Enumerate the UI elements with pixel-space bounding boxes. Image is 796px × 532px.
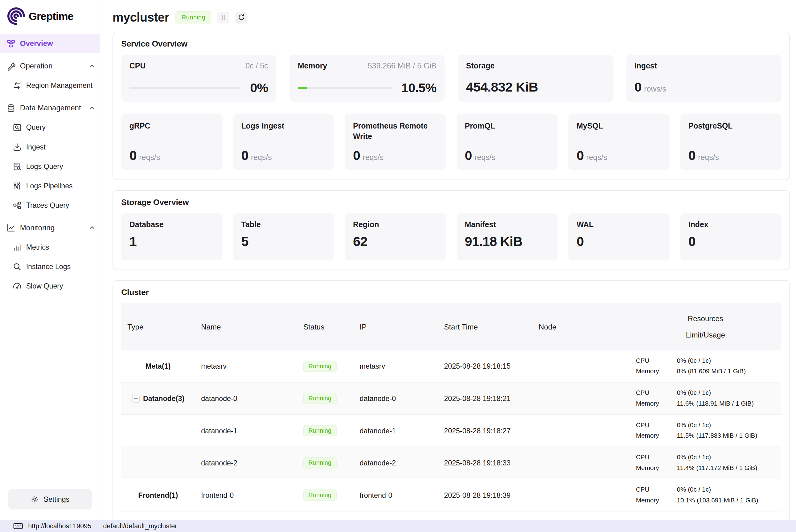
brand-logo[interactable]: Greptime: [0, 0, 100, 34]
sidebar-item-label: Ingest: [26, 143, 45, 151]
sidebar-item-logs-pipelines[interactable]: Logs Pipelines: [0, 176, 100, 195]
sidebar-item-monitoring[interactable]: Monitoring: [0, 218, 100, 238]
ingest-unit: rows/s: [644, 84, 666, 93]
stat-value: 0: [576, 234, 661, 249]
stat-value: 5: [241, 234, 326, 249]
rate-unit: reqs/s: [251, 153, 272, 162]
memory-quota: 539.266 MiB / 5 GiB: [368, 61, 437, 70]
sidebar-item-overview[interactable]: Overview: [0, 34, 100, 53]
cpu-tile: CPU 0c / 5c 0%: [121, 55, 276, 102]
memory-label: Memory: [298, 61, 327, 70]
sidebar-item-operation[interactable]: Operation: [0, 56, 100, 76]
postgresql-tile: PostgreSQL 0reqs/s: [680, 113, 781, 170]
sidebar-item-label: Monitoring: [20, 224, 55, 232]
row-resource-values: 0% (0c / 1c) 11.5% (117.883 MiB / 1 GiB): [670, 420, 781, 441]
row-ip: frontend-0: [354, 491, 438, 499]
stat-label: Database: [130, 220, 214, 229]
rate-unit: reqs/s: [698, 153, 719, 162]
prometheus-remote-write-tile: Prometheus Remote Write 0reqs/s: [345, 113, 446, 170]
row-resource-values: 0% (0c / 1c) 11.4% (117.172 MiB / 1 GiB): [670, 452, 781, 474]
sidebar-item-instance-logs[interactable]: Instance Logs: [0, 257, 100, 276]
region-tile: Region 62: [345, 213, 446, 261]
main-content[interactable]: mycluster Running Service Overview CPU 0…: [100, 0, 796, 532]
col-start-time: Start Time: [438, 303, 532, 350]
manifest-tile: Manifest 91.18 KiB: [457, 213, 558, 261]
stat-value: 0: [688, 234, 773, 249]
logs-pipelines-icon: [13, 181, 21, 190]
sidebar-item-metrics[interactable]: Metrics: [0, 238, 100, 257]
database-tile: Database 1: [121, 213, 222, 261]
sidebar-item-region-management[interactable]: Region Management: [0, 76, 100, 95]
instance-logs-icon: [13, 262, 21, 271]
suspend-button[interactable]: [217, 12, 229, 23]
cluster-status-badge: Running: [175, 12, 211, 24]
collapse-toggle[interactable]: [132, 395, 139, 402]
row-name: datanode-1: [195, 426, 297, 435]
sidebar-item-label: Overview: [20, 39, 53, 48]
storage-overview-title: Storage Overview: [121, 198, 781, 207]
row-resource-labels: CPU Memory: [630, 388, 671, 409]
storage-tile: Storage 454.832 KiB: [458, 55, 613, 102]
mysql-tile: MySQL 0reqs/s: [568, 113, 669, 170]
cluster-table-header: Type Name Status IP Start Time Node Reso…: [121, 303, 781, 350]
row-type: Frontend(1): [121, 491, 195, 499]
row-name: datanode-2: [195, 459, 297, 467]
sidebar-item-label: Metrics: [26, 243, 49, 251]
rate-value: 0: [241, 148, 248, 163]
overview-icon: [7, 39, 15, 48]
stat-label: Region: [353, 220, 438, 229]
col-resources-label: Resources: [688, 315, 723, 323]
sidebar-item-ingest[interactable]: Ingest: [0, 137, 100, 156]
rate-unit: reqs/s: [363, 153, 383, 162]
page-header: mycluster Running: [113, 10, 790, 24]
page-title: mycluster: [113, 10, 169, 24]
rate-label: MySQL: [576, 120, 653, 131]
status-badge: Running: [303, 425, 336, 436]
row-ip: metasrv: [354, 362, 438, 370]
settings-button[interactable]: Settings: [8, 489, 92, 509]
row-ip: datanode-1: [354, 426, 438, 435]
cluster-title: Cluster: [121, 288, 781, 297]
rate-label: gRPC: [130, 120, 206, 131]
refresh-button[interactable]: [235, 12, 247, 23]
region-management-icon: [13, 81, 21, 90]
sidebar-item-logs-query[interactable]: Logs Query: [0, 156, 100, 176]
col-type: Type: [121, 303, 195, 350]
sidebar-item-label: Traces Query: [26, 201, 69, 209]
endpoint-icon: [13, 522, 23, 530]
stat-label: Table: [241, 220, 326, 229]
sidebar-item-slow-query[interactable]: Slow Query: [0, 276, 100, 296]
sidebar-item-data-management[interactable]: Data Management: [0, 98, 100, 118]
row-resource-values: 0% (0c / 1c) 10.1% (103.691 MiB / 1 GiB): [670, 484, 781, 506]
cpu-label: CPU: [130, 61, 146, 70]
row-resource-values: 0% (0c / 1c) 11.6% (118.91 MiB / 1 GiB): [670, 388, 781, 409]
row-name: metasrv: [195, 362, 297, 370]
storage-value: 454.832 KiB: [466, 79, 538, 95]
index-tile: Index 0: [680, 213, 781, 261]
cluster-context: default/default_mycluster: [103, 522, 177, 530]
row-name: frontend-0: [195, 491, 297, 499]
row-start-time: 2025-08-28 19:18:21: [438, 394, 532, 402]
service-overview-title: Service Overview: [121, 39, 781, 49]
rate-label: PostgreSQL: [688, 120, 765, 131]
sidebar-item-query[interactable]: Query: [0, 118, 100, 137]
status-badge: Running: [303, 457, 336, 469]
settings-button-label: Settings: [43, 495, 69, 504]
ingest-value: 0: [634, 79, 642, 95]
sidebar-nav: Overview Operation Region Management Dat…: [0, 34, 100, 296]
rate-value: 0: [130, 148, 137, 163]
rate-value: 0: [576, 148, 584, 163]
row-resource-labels: CPU Memory: [630, 484, 671, 506]
status-badge: Running: [303, 361, 336, 372]
col-node: Node: [532, 303, 629, 350]
sidebar-item-traces-query[interactable]: Traces Query: [0, 195, 100, 215]
row-start-time: 2025-08-28 19:18:27: [438, 426, 532, 435]
row-start-time: 2025-08-28 19:18:15: [438, 362, 532, 370]
rate-value: 0: [353, 148, 360, 163]
sidebar: Greptime Overview Operation Region Manag…: [0, 0, 100, 532]
col-status: Status: [297, 303, 354, 350]
row-resource-values: 0% (0c / 1c) 8% (81.609 MiB / 1 GiB): [670, 355, 781, 377]
stat-value: 1: [130, 234, 214, 249]
ingest-label: Ingest: [634, 61, 657, 70]
row-start-time: 2025-08-28 19:18:33: [438, 459, 532, 467]
